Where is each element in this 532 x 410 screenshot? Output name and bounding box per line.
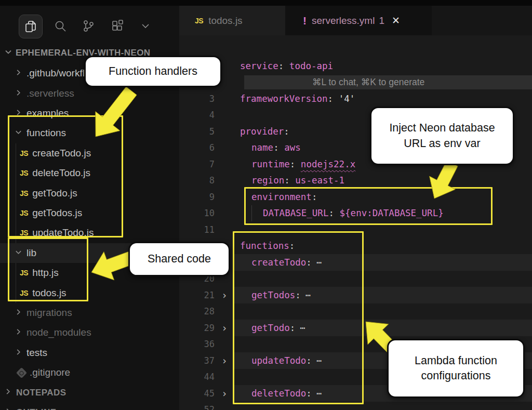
sidebar-item-node-modules[interactable]: node_modules — [0, 323, 179, 342]
code-line-3[interactable]: 3frameworkVersion: '4' — [179, 90, 532, 107]
source-control-icon[interactable] — [77, 15, 100, 37]
sidebar-item-migrations[interactable]: migrations — [0, 303, 179, 323]
line-number: 37 — [179, 355, 215, 366]
sidebar-section-notepads[interactable]: NOTEPADS — [0, 382, 179, 402]
code-line-12[interactable]: 12functions: — [179, 238, 532, 255]
chevron-right-icon — [4, 388, 12, 398]
line-number: 8 — [179, 175, 215, 186]
item-label: migrations — [26, 307, 72, 319]
item-label: createTodo.js — [32, 148, 91, 159]
fold-chevron-icon[interactable]: › — [215, 322, 234, 334]
chevron-right-icon — [15, 68, 22, 79]
code-line-13[interactable]: 13›createTodo:⋯ — [179, 254, 532, 271]
code-text: updateTodo:⋯ — [240, 355, 322, 366]
line-number: 45 — [179, 388, 215, 399]
fold-chevron-icon[interactable]: › — [215, 289, 234, 301]
tab-serverless-yml[interactable]: ! serverless.yml 1 ✕ — [285, 6, 432, 35]
code-text: runtime: nodejs22.x — [240, 159, 355, 169]
yaml-key: runtime — [251, 159, 290, 169]
sidebar-item-updatetodo-js[interactable]: JSupdateTodo.js — [0, 223, 179, 243]
fold-ellipsis[interactable]: ⋯ — [316, 355, 323, 366]
colon: : — [306, 355, 312, 366]
yaml-bang-icon: ! — [303, 15, 307, 27]
item-label: .gitignore — [30, 367, 70, 378]
code-text: createTodo:⋯ — [240, 257, 322, 268]
code-line-28[interactable]: 28 — [179, 303, 532, 320]
yaml-key: getTodos — [251, 290, 295, 300]
sidebar-item-deletetodo-js[interactable]: JSdeleteTodo.js — [0, 163, 179, 183]
sidebar-item-tests[interactable]: tests — [0, 343, 179, 363]
colon: : — [290, 323, 296, 333]
sidebar-item-gettodo-js[interactable]: JSgetTodo.js — [0, 183, 179, 203]
yaml-key: deleteTodo — [251, 388, 306, 399]
code-line-11[interactable]: 11 — [179, 221, 532, 238]
fold-ellipsis[interactable]: ⋯ — [316, 257, 323, 268]
code-line-9[interactable]: 9environment: — [179, 189, 532, 205]
tab-bar: JS todos.js ! serverless.yml 1 ✕ — [179, 6, 532, 35]
yaml-key: provider — [240, 126, 284, 137]
search-icon[interactable] — [49, 15, 72, 37]
extensions-icon[interactable] — [106, 15, 129, 37]
item-label: http.js — [32, 267, 59, 279]
sidebar-item--gitignore[interactable]: .gitignore — [0, 363, 179, 382]
code-line-20[interactable]: 20 — [179, 271, 532, 287]
tab-todos-js[interactable]: JS todos.js — [179, 6, 286, 35]
sidebar-item-createtodo-js[interactable]: JScreateTodo.js — [0, 143, 179, 163]
yaml-key: updateTodo — [251, 355, 306, 366]
colon: : — [295, 290, 301, 300]
files-icon[interactable] — [19, 15, 43, 38]
code-line-10[interactable]: 10DATABASE_URL: ${env:DATABASE_URL} — [179, 205, 532, 222]
ai-hint-text: ⌘L to chat, ⌘K to generate — [312, 77, 424, 88]
code-text: functions: — [240, 241, 295, 251]
code-line-2[interactable]: 2⌘L to chat, ⌘K to generate — [179, 74, 532, 91]
code-line-21[interactable]: 21›getTodos:⋯ — [179, 287, 532, 303]
code-text: service: todo-api — [240, 61, 333, 71]
sidebar-item-functions[interactable]: functions — [0, 123, 179, 143]
indent-guide — [16, 203, 16, 223]
code-line-1[interactable]: 1service: todo-api — [179, 58, 532, 74]
code-line-8[interactable]: 8region: us-east-1 — [179, 173, 532, 189]
item-label: node_modules — [26, 327, 91, 338]
sidebar-item-examples[interactable]: examples — [0, 103, 179, 123]
code-line-29[interactable]: 29›getTodo:⋯ — [179, 320, 532, 336]
line-number: 36 — [179, 339, 215, 349]
indent-guide — [16, 263, 16, 283]
sidebar-item-todos-js[interactable]: JStodos.js — [0, 283, 179, 302]
code-text: DATABASE_URL: ${env:DATABASE_URL} — [240, 205, 444, 221]
code-line-52[interactable]: 52 — [179, 402, 532, 410]
colon: : — [290, 159, 296, 169]
chevron-down-icon[interactable] — [134, 15, 157, 37]
code-text: name: aws — [240, 142, 301, 153]
tab-modified-badge: 1 — [379, 15, 384, 27]
chevron-right-icon — [15, 307, 22, 319]
colon: : — [289, 241, 295, 251]
colon: : — [284, 126, 289, 137]
colon: : — [328, 207, 334, 218]
colon: : — [306, 257, 312, 268]
fold-ellipsis[interactable]: ⋯ — [300, 323, 306, 333]
fold-chevron-icon[interactable]: › — [215, 355, 234, 366]
code-text: getTodos:⋯ — [240, 290, 311, 300]
line-number: 52 — [179, 404, 215, 410]
sidebar-item-gettodos-js[interactable]: JSgetTodos.js — [0, 203, 179, 223]
tab-label: serverless.yml — [312, 15, 375, 27]
chevron-down-icon — [15, 127, 22, 139]
item-label: lib — [26, 247, 36, 259]
line-number: 28 — [179, 306, 215, 316]
yaml-key: service — [240, 61, 278, 71]
line-number: 10 — [179, 208, 215, 218]
vscode-window: EPHEMERAL-ENV-WITH-NEON .github/workflow… — [0, 0, 532, 410]
colon: : — [273, 142, 279, 153]
callout-lambda-config: Lambda function configurations — [387, 339, 525, 398]
fold-ellipsis[interactable]: ⋯ — [305, 290, 312, 300]
indent-guide — [16, 163, 16, 183]
indent — [251, 205, 263, 221]
close-icon[interactable]: ✕ — [392, 15, 400, 27]
line-number: 44 — [179, 372, 215, 382]
sidebar-section-outline[interactable]: OUTLINE — [0, 403, 179, 410]
fold-chevron-icon[interactable]: › — [215, 388, 234, 399]
activity-bar — [0, 10, 179, 40]
item-label: OUTLINE — [16, 407, 56, 410]
chevron-down-icon — [4, 48, 12, 58]
fold-ellipsis[interactable]: ⋯ — [316, 388, 323, 399]
